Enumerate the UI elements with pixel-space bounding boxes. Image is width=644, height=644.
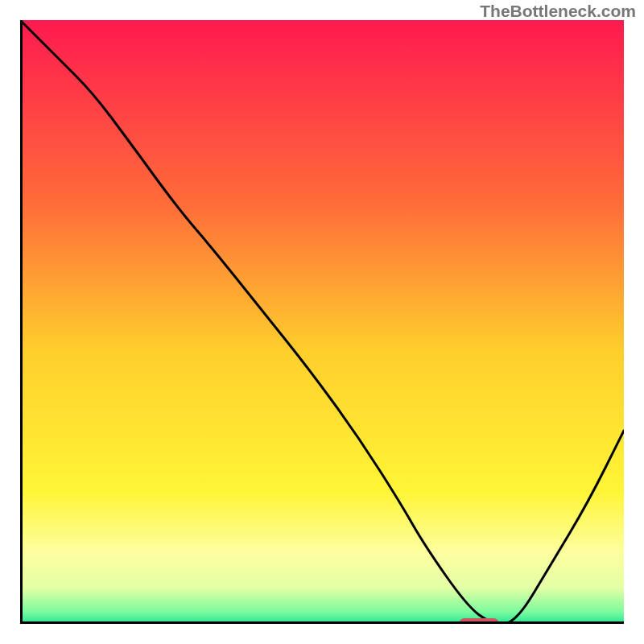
- chart-container: TheBottleneck.com: [0, 0, 644, 644]
- y-axis: [20, 20, 23, 624]
- watermark-label: TheBottleneck.com: [480, 2, 636, 21]
- plot-area: [20, 20, 624, 624]
- x-axis: [20, 621, 624, 624]
- bottleneck-curve: [20, 20, 624, 624]
